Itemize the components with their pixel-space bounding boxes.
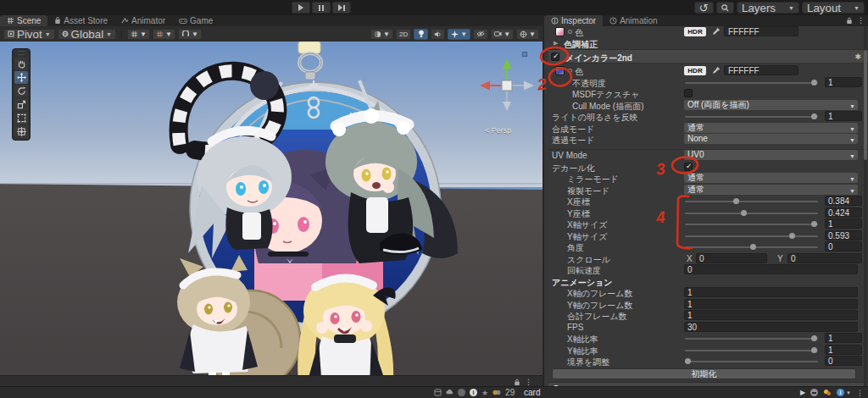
scrollbar-thumb[interactable]: [864, 50, 867, 160]
snap-increment-dropdown[interactable]: ▼: [153, 29, 175, 40]
lock-icon[interactable]: [846, 17, 853, 25]
hdr-button[interactable]: HDR: [684, 27, 706, 36]
value-field[interactable]: 1: [825, 333, 862, 343]
warning-icon[interactable]: [823, 389, 832, 396]
value-field[interactable]: 1: [684, 310, 858, 320]
info-icon[interactable]: i: [470, 389, 477, 396]
value-field[interactable]: 1: [825, 345, 862, 355]
value-field[interactable]: 0: [825, 356, 862, 366]
color-hex-field[interactable]: FFFFFF: [724, 26, 798, 36]
scene-lighting-toggle[interactable]: [414, 29, 428, 40]
slider-track[interactable]: [685, 350, 818, 351]
pause-button[interactable]: [312, 2, 331, 14]
panel-menu-icon[interactable]: ⋮: [525, 378, 532, 386]
value-field[interactable]: 1: [825, 77, 862, 87]
star-icon[interactable]: ★: [481, 389, 488, 397]
y-value-field[interactable]: 0: [787, 253, 862, 263]
dropdown[interactable]: 通常▼: [684, 123, 858, 133]
slider-track[interactable]: [685, 338, 818, 340]
orientation-gizmo[interactable]: [475, 53, 539, 118]
dropdown[interactable]: 通常▼: [684, 185, 858, 195]
inspector-scrollbar[interactable]: [864, 26, 867, 386]
rect-tool-button[interactable]: [14, 112, 28, 124]
grid-visibility-dropdown[interactable]: ▼: [127, 29, 150, 40]
slider-track[interactable]: [685, 224, 818, 225]
camera-overlay-dropdown[interactable]: ▼: [491, 29, 514, 40]
pivot-dropdown[interactable]: Pivot▼: [3, 29, 55, 40]
slider-track[interactable]: [685, 361, 818, 362]
play-button[interactable]: [292, 2, 310, 14]
gizmo-cube-icon[interactable]: [522, 52, 527, 57]
dropdown[interactable]: Off (両面を描画)▼: [684, 100, 858, 110]
slider-track[interactable]: [685, 116, 818, 118]
tab-game[interactable]: Game: [172, 15, 220, 26]
value-field[interactable]: 1: [684, 287, 858, 297]
value-field[interactable]: 0.424: [825, 207, 862, 218]
value-field[interactable]: 30: [684, 322, 858, 332]
value-field[interactable]: 0.384: [825, 196, 862, 206]
hand-tool-button[interactable]: [14, 58, 28, 70]
slider-handle[interactable]: [750, 244, 756, 250]
value-field[interactable]: 1: [684, 299, 858, 309]
slider-track[interactable]: [685, 246, 818, 248]
slider-track[interactable]: [685, 235, 818, 237]
lock-icon[interactable]: [514, 379, 520, 386]
layout-dropdown[interactable]: Layout▼: [802, 2, 865, 14]
slider-handle[interactable]: [811, 347, 817, 353]
component-header-maincolor2nd[interactable]: メインカラー2nd ✱: [548, 49, 868, 64]
eyedropper-icon[interactable]: [712, 66, 721, 76]
scale-tool-button[interactable]: [14, 98, 28, 111]
component-enabled-checkbox[interactable]: [551, 53, 559, 61]
scene-audio-toggle[interactable]: [431, 29, 445, 40]
status-menu-icon[interactable]: ⋮: [856, 389, 864, 397]
slider-handle[interactable]: [811, 80, 817, 86]
package-icon[interactable]: [434, 389, 442, 396]
tab-inspector[interactable]: Inspector: [544, 15, 603, 26]
step-button[interactable]: [332, 2, 351, 14]
dropdown[interactable]: None▼: [684, 134, 858, 144]
slider-track[interactable]: [685, 201, 818, 202]
cloud-icon[interactable]: [446, 389, 453, 396]
transform-tool-button[interactable]: [14, 125, 28, 138]
info-dropdown[interactable]: i ▼: [837, 389, 851, 396]
value-field[interactable]: 1: [825, 218, 862, 229]
tab-animator[interactable]: Animator: [114, 15, 172, 26]
tab-animation[interactable]: Animation: [603, 15, 664, 26]
gizmos-dropdown[interactable]: ▼: [516, 29, 539, 40]
selected-asset-label[interactable]: card: [524, 388, 540, 397]
collapsed-panel-bar[interactable]: ⋮: [0, 375, 542, 386]
2d-view-toggle[interactable]: 2D: [396, 29, 411, 40]
value-field[interactable]: 1: [825, 111, 862, 121]
value-field[interactable]: 0: [684, 264, 858, 274]
checkbox[interactable]: [684, 89, 693, 97]
console-count[interactable]: 29: [505, 388, 515, 397]
gear-icon[interactable]: ✱: [854, 53, 861, 61]
slider-handle[interactable]: [733, 198, 739, 204]
console-messages-icon[interactable]: [492, 389, 501, 396]
rotate-tool-button[interactable]: [14, 85, 28, 97]
checkbox[interactable]: [684, 163, 693, 171]
x-value-field[interactable]: 0: [696, 253, 767, 263]
slider-handle[interactable]: [685, 358, 691, 364]
search-button[interactable]: [716, 2, 734, 14]
tool-snapping-dropdown[interactable]: ▼: [178, 29, 202, 40]
hidden-objects-toggle[interactable]: [473, 29, 488, 40]
hdr-button[interactable]: HDR: [684, 66, 706, 75]
effects-dropdown[interactable]: ▼: [448, 29, 470, 40]
slider-handle[interactable]: [811, 335, 817, 341]
layers-dropdown[interactable]: Layers▼: [737, 2, 799, 14]
global-dropdown[interactable]: Global▼: [58, 29, 116, 40]
slider-handle[interactable]: [789, 233, 795, 239]
texture-thumbnail[interactable]: [555, 27, 565, 36]
slider-handle[interactable]: [741, 210, 747, 216]
undo-history-button[interactable]: ↺: [694, 2, 714, 14]
init-button[interactable]: 初期化: [552, 368, 856, 379]
scene-viewport[interactable]: < Persp: [0, 41, 542, 375]
dropdown[interactable]: UV0▼: [684, 150, 858, 160]
texture-thumbnail[interactable]: [555, 66, 565, 75]
status-dot-icon[interactable]: [458, 389, 465, 396]
slider-handle[interactable]: [811, 113, 817, 119]
play-status-icon[interactable]: ▶: [800, 389, 805, 396]
dropdown[interactable]: 通常▼: [684, 173, 858, 183]
slider-handle[interactable]: [811, 221, 817, 227]
